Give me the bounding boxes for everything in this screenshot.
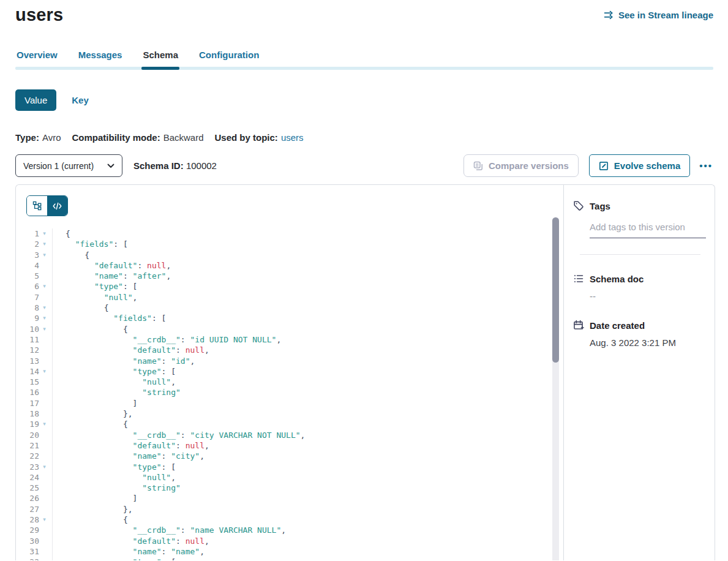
- code-text: ]: [53, 398, 137, 409]
- code-view-icon: [53, 202, 62, 210]
- gutter: 13: [26, 356, 53, 366]
- fold-arrow-icon[interactable]: ▾: [39, 303, 50, 313]
- code-line: 2▾ "fields": [: [26, 239, 563, 249]
- fold-spacer: [39, 536, 50, 546]
- code-line: 9▾ "fields": [: [26, 313, 563, 323]
- tab-overview[interactable]: Overview: [15, 50, 59, 70]
- line-number: 6: [26, 281, 39, 292]
- gutter: 32▾: [26, 557, 53, 560]
- tab-schema[interactable]: Schema: [141, 50, 179, 70]
- fold-arrow-icon[interactable]: ▾: [39, 281, 50, 292]
- value-toggle-button[interactable]: Value: [15, 89, 56, 111]
- fold-spacer: [39, 377, 50, 387]
- fold-arrow-icon[interactable]: ▾: [39, 419, 50, 429]
- tree-view-button[interactable]: [27, 196, 47, 216]
- fold-spacer: [39, 440, 50, 451]
- gutter: 1▾: [26, 228, 53, 239]
- stream-lineage-link[interactable]: See in Stream lineage: [604, 10, 713, 20]
- fold-spacer: [39, 493, 50, 503]
- gutter: 30: [26, 536, 53, 546]
- code-line: 31 "name": "name",: [26, 546, 563, 557]
- line-number: 31: [26, 546, 39, 557]
- scrollbar-thumb[interactable]: [552, 217, 559, 363]
- code-text: "type": [: [53, 366, 176, 377]
- fold-spacer: [39, 398, 50, 409]
- compare-versions-button[interactable]: Compare versions: [463, 154, 579, 177]
- gutter: 23▾: [26, 462, 53, 472]
- line-number: 10: [26, 324, 39, 334]
- topic-link[interactable]: users: [281, 132, 304, 143]
- value-key-toggle: Value Key: [15, 89, 728, 111]
- fold-arrow-icon[interactable]: ▾: [39, 462, 50, 472]
- line-number: 20: [26, 430, 39, 440]
- code-line: 10▾ {: [26, 324, 563, 334]
- code-text: "type": [: [53, 462, 176, 472]
- line-number: 9: [26, 313, 39, 323]
- line-number: 1: [26, 228, 39, 239]
- line-number: 2: [26, 239, 39, 249]
- line-number: 12: [26, 345, 39, 355]
- version-select[interactable]: Version 1 (current): [15, 154, 122, 177]
- fold-spacer: [39, 472, 50, 483]
- type-label: Type:: [15, 132, 39, 143]
- page-header: users See in Stream lineage: [0, 0, 728, 25]
- gutter: 22: [26, 451, 53, 461]
- code-text: "fields": [: [53, 239, 128, 249]
- editor-view-toggle: [26, 195, 68, 216]
- fold-spacer: [39, 430, 50, 440]
- code-text: "name": "city",: [53, 451, 205, 461]
- fold-arrow-icon[interactable]: ▾: [39, 228, 50, 239]
- fold-spacer: [39, 271, 50, 281]
- line-number: 28: [26, 514, 39, 525]
- gutter: 18: [26, 409, 53, 419]
- code-line: 11 "__crdb__": "id UUID NOT NULL",: [26, 334, 563, 345]
- fold-arrow-icon[interactable]: ▾: [39, 366, 50, 377]
- schema-meta-row: Type: Avro Compatibility mode: Backward …: [15, 132, 728, 143]
- copy-versions-icon: [473, 161, 483, 171]
- schema-doc-value: --: [590, 291, 705, 301]
- code-line: 20 "__crdb__": "city VARCHAR NOT NULL",: [26, 430, 563, 440]
- gutter: 9▾: [26, 313, 53, 323]
- gutter: 26: [26, 493, 53, 503]
- code-text: "__crdb__": "id UUID NOT NULL",: [53, 334, 281, 345]
- tags-input[interactable]: [590, 222, 706, 238]
- code-text: "__crdb__": "name VARCHAR NULL",: [53, 525, 286, 535]
- fold-arrow-icon[interactable]: ▾: [39, 557, 50, 560]
- code-text: "default": null,: [53, 260, 171, 271]
- code-line: 6▾ "type": [: [26, 281, 563, 292]
- fold-arrow-icon[interactable]: ▾: [39, 514, 50, 525]
- code-text: "name": "after",: [53, 271, 171, 281]
- line-number: 5: [26, 271, 39, 281]
- fold-arrow-icon[interactable]: ▾: [39, 250, 50, 260]
- tab-messages[interactable]: Messages: [77, 50, 124, 70]
- code-text: "name": "name",: [53, 546, 205, 557]
- fold-arrow-icon[interactable]: ▾: [39, 239, 50, 249]
- fold-arrow-icon[interactable]: ▾: [39, 324, 50, 334]
- compatibility-value: Backward: [163, 132, 204, 143]
- date-created-title: Date created: [590, 320, 645, 331]
- scrollbar-track[interactable]: [552, 217, 559, 560]
- code-text: {: [53, 324, 128, 334]
- code-view-button[interactable]: [47, 196, 67, 216]
- gutter: 24: [26, 472, 53, 483]
- gutter: 28▾: [26, 514, 53, 525]
- line-number: 15: [26, 377, 39, 387]
- tags-section-header: Tags: [573, 200, 705, 211]
- line-number: 4: [26, 260, 39, 271]
- code-line: 15 "null",: [26, 377, 563, 387]
- code-line: 30 "default": null,: [26, 536, 563, 546]
- gutter: 4: [26, 260, 53, 271]
- more-options-button[interactable]: •••: [698, 158, 714, 173]
- code-text: "string": [53, 483, 181, 493]
- code-text: "name": "id",: [53, 356, 195, 366]
- date-created-section-header: Date created: [573, 320, 705, 331]
- fold-spacer: [39, 409, 50, 419]
- used-by-topic-label: Used by topic:: [215, 132, 278, 143]
- tab-configuration[interactable]: Configuration: [198, 50, 260, 70]
- stream-lineage-icon: [604, 10, 614, 20]
- fold-spacer: [39, 483, 50, 493]
- evolve-schema-button[interactable]: Evolve schema: [589, 154, 690, 177]
- gutter: 27: [26, 504, 53, 514]
- key-toggle-button[interactable]: Key: [72, 95, 89, 105]
- fold-arrow-icon[interactable]: ▾: [39, 313, 50, 323]
